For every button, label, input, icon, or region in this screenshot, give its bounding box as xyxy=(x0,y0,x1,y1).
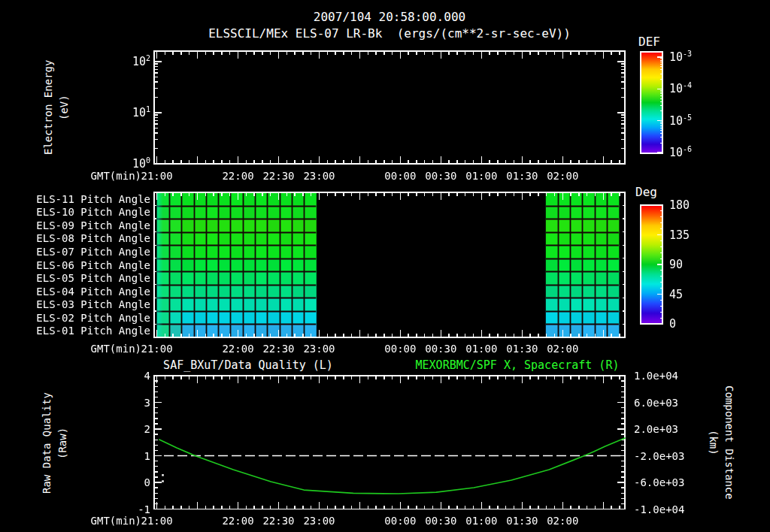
time-tick-label: 02:00 xyxy=(547,515,578,527)
time-tick-label: 01:30 xyxy=(506,170,538,182)
spacecraft-x-curve xyxy=(159,438,625,494)
pitch-angle-frame xyxy=(154,192,625,337)
time-tick-label: 00:00 xyxy=(384,343,416,355)
pitch-row-label: ELS-02 Pitch Angle xyxy=(36,312,150,324)
time-tick-label: 21:00 xyxy=(141,343,173,355)
time-tick-label: 23:00 xyxy=(303,515,335,527)
time-tick-label: 22:00 xyxy=(222,170,253,182)
time-tick-label: 02:00 xyxy=(547,170,578,182)
spectrogram-frame xyxy=(154,51,625,164)
axes-overlay: GMT(min)21:0022:0022:3023:0000:0000:3001… xyxy=(0,0,770,532)
energy-tick-label: 101 xyxy=(132,105,150,119)
quality-tick-label: 3 xyxy=(144,397,150,409)
flux-cb-label: 10-3 xyxy=(669,50,692,64)
time-tick-label: 00:30 xyxy=(425,343,456,355)
pitch-row-label: ELS-09 Pitch Angle xyxy=(36,219,150,231)
energy-tick-label: 102 xyxy=(132,54,150,68)
time-tick-label: 23:00 xyxy=(303,170,335,182)
time-tick-label: 01:00 xyxy=(465,343,497,355)
pitch-row-label: ELS-11 Pitch Angle xyxy=(36,193,150,205)
time-tick-label: 01:00 xyxy=(465,515,497,527)
line-plot-frame xyxy=(154,376,625,509)
distance-tick-label: -1.0e+04 xyxy=(634,503,684,515)
flux-cb-label: 10-5 xyxy=(669,113,692,128)
time-tick-label: 22:00 xyxy=(222,343,253,355)
time-tick-label: 22:30 xyxy=(262,515,294,527)
quality-tick-label: 0 xyxy=(144,476,150,488)
pitch-row-label: ELS-03 Pitch Angle xyxy=(36,298,150,310)
time-tick-label: 22:30 xyxy=(262,170,294,182)
deg-cb-label: 45 xyxy=(669,288,683,301)
pitch-row-label: ELS-08 Pitch Angle xyxy=(36,232,150,244)
flux-cb-label: 10-4 xyxy=(669,81,692,95)
pitch-row-label: ELS-04 Pitch Angle xyxy=(36,286,150,298)
time-tick-label: 21:00 xyxy=(141,515,173,527)
plot-stage: 2007/104 20:58:00.000 ELSSCIL/MEx ELS-07… xyxy=(0,0,770,532)
distance-tick-label: 1.0e+04 xyxy=(634,370,678,382)
quality-tick-label: 4 xyxy=(144,370,150,382)
gmt-axis-label: GMT(min) xyxy=(91,343,141,355)
pitch-row-label: ELS-05 Pitch Angle xyxy=(36,272,150,284)
quality-tick-label: 2 xyxy=(144,423,150,435)
pitch-row-label: ELS-10 Pitch Angle xyxy=(36,206,150,218)
deg-cb-label: 135 xyxy=(669,228,690,242)
time-tick-label: 01:00 xyxy=(465,170,497,182)
energy-tick-label: 100 xyxy=(132,156,150,171)
quality-tick-label: -1 xyxy=(138,503,150,515)
time-tick-label: 01:30 xyxy=(506,515,538,527)
time-tick-label: 23:00 xyxy=(303,343,335,355)
distance-tick-label: 2.0e+03 xyxy=(634,423,678,435)
distance-tick-label: -6.0e+03 xyxy=(634,476,684,488)
data-quality-point xyxy=(162,480,164,482)
time-tick-label: 00:00 xyxy=(384,515,416,527)
data-quality-point xyxy=(162,474,164,476)
quality-tick-label: 1 xyxy=(144,450,150,462)
time-tick-label: 00:00 xyxy=(384,170,416,182)
deg-cb-label: 180 xyxy=(669,198,690,212)
time-tick-label: 00:30 xyxy=(425,170,456,182)
time-tick-label: 01:30 xyxy=(506,343,538,355)
deg-cb-label: 90 xyxy=(669,258,683,271)
pitch-row-label: ELS-06 Pitch Angle xyxy=(36,259,150,271)
time-tick-label: 22:00 xyxy=(222,515,253,527)
time-tick-label: 00:30 xyxy=(425,515,456,527)
gmt-axis-label: GMT(min) xyxy=(91,515,141,527)
pitch-row-label: ELS-07 Pitch Angle xyxy=(36,246,150,258)
pitch-row-label: ELS-01 Pitch Angle xyxy=(36,325,150,337)
distance-tick-label: -2.0e+03 xyxy=(634,450,684,462)
time-tick-label: 21:00 xyxy=(141,170,173,182)
distance-tick-label: 6.0e+03 xyxy=(634,397,678,409)
gmt-axis-label: GMT(min) xyxy=(91,170,141,182)
time-tick-label: 02:00 xyxy=(547,343,578,355)
flux-cb-label: 10-6 xyxy=(669,145,692,159)
deg-cb-label: 0 xyxy=(669,317,676,331)
time-tick-label: 22:30 xyxy=(262,343,294,355)
